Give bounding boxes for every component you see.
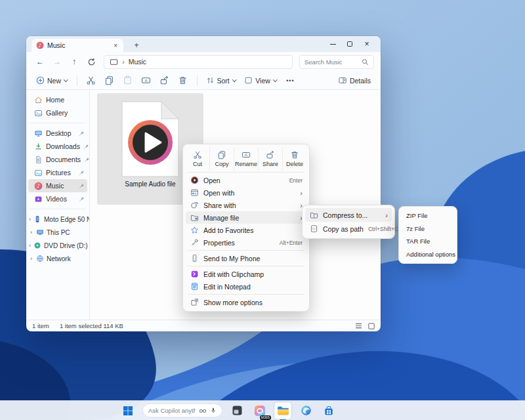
sidebar-item-this-pc[interactable]: › This PC: [26, 226, 89, 239]
submenu-item-additional-options[interactable]: Additional options: [402, 248, 454, 261]
menu-item-share-with[interactable]: Share with ›: [186, 199, 306, 211]
forward-button[interactable]: →: [50, 54, 64, 69]
sidebar-item-moto-edge[interactable]: › Moto Edge 50 Neo: [26, 213, 89, 226]
phone-outline-icon: [190, 254, 199, 262]
new-tab-button[interactable]: +: [131, 41, 142, 50]
show-more-icon: [190, 298, 199, 306]
sidebar-item-documents[interactable]: Documents: [28, 153, 87, 166]
up-button[interactable]: ↑: [67, 54, 81, 69]
copy-button[interactable]: [101, 74, 118, 88]
edge-button[interactable]: [297, 402, 314, 419]
microsoft-store-button[interactable]: [320, 402, 337, 419]
task-view-icon: [232, 405, 243, 416]
breadcrumb-location[interactable]: Music: [129, 58, 146, 66]
rename-button[interactable]: A: [138, 74, 155, 88]
submenu-item-zip-file[interactable]: ZIP File: [402, 209, 454, 222]
menu-item-open[interactable]: Open Enter: [186, 174, 306, 186]
rename-command[interactable]: A Rename: [234, 147, 258, 171]
expand-chevron-icon[interactable]: ›: [29, 255, 33, 262]
menu-item-open-with[interactable]: Open with ›: [186, 186, 306, 199]
expand-chevron-icon[interactable]: ›: [29, 229, 33, 236]
submenu-item-compress-to[interactable]: Compress to... ›: [305, 208, 392, 222]
m365-copilot-icon: [254, 405, 266, 417]
downloads-icon: [34, 142, 43, 151]
new-button[interactable]: New: [33, 74, 72, 88]
minimize-button[interactable]: [324, 36, 341, 52]
list-view-toggle[interactable]: [355, 323, 362, 329]
expand-chevron-icon[interactable]: ›: [29, 216, 31, 222]
delete-icon: [290, 150, 299, 159]
see-more-button[interactable]: •••: [282, 74, 299, 88]
m365-copilot-button[interactable]: M365: [251, 402, 268, 419]
sidebar-item-dvd-drive[interactable]: › DVD Drive (D:) CCC: [26, 239, 89, 252]
menu-item-add-to-favorites[interactable]: Add to Favorites: [186, 224, 306, 236]
manage-file-submenu: Compress to... › C:\ Copy as path Ctrl+S…: [302, 205, 395, 239]
pictures-icon: [34, 169, 43, 177]
tab-close-icon[interactable]: ×: [112, 42, 119, 49]
search-box: [299, 55, 374, 69]
dvd-disc-icon: [33, 242, 41, 249]
menu-item-edit-with-clipchamp[interactable]: Edit with Clipchamp: [186, 268, 306, 280]
icons-view-toggle[interactable]: [368, 323, 375, 329]
menu-item-send-to-my-phone[interactable]: Send to My Phone: [186, 252, 306, 264]
view-button[interactable]: View: [241, 74, 280, 88]
microsoft-store-icon: [324, 406, 334, 416]
manage-file-icon: [190, 213, 199, 222]
back-button[interactable]: ←: [33, 54, 47, 69]
maximize-button[interactable]: [341, 36, 358, 52]
submenu-item-copy-as-path[interactable]: C:\ Copy as path Ctrl+Shift+C: [305, 222, 392, 236]
copy-command[interactable]: Copy: [209, 147, 234, 171]
menu-item-properties[interactable]: Properties Alt+Enter: [186, 236, 306, 249]
menu-item-show-more-options[interactable]: Show more options: [186, 296, 306, 308]
sidebar-item-videos[interactable]: Videos: [28, 192, 87, 205]
item-count: 1 item: [32, 322, 49, 329]
context-menu: Cut Copy A Rename Share: [182, 144, 310, 312]
file-explorer-button[interactable]: [274, 402, 291, 419]
delete-command[interactable]: Delete: [282, 147, 306, 171]
menu-separator: [188, 172, 304, 173]
tab-music[interactable]: ♪ Music ×: [32, 39, 123, 52]
expand-chevron-icon[interactable]: ›: [29, 242, 31, 249]
submenu-item-tar-file[interactable]: TAR File: [402, 235, 454, 248]
tab-title: Music: [47, 41, 109, 49]
taskbar: M365: [0, 400, 525, 420]
share-command[interactable]: Share: [258, 147, 282, 171]
submenu-item-7z-file[interactable]: 7z File: [402, 222, 454, 236]
search-input[interactable]: [304, 58, 359, 66]
paste-button[interactable]: [119, 74, 136, 88]
breadcrumb[interactable]: › Music: [104, 55, 293, 69]
sidebar-item-home[interactable]: Home: [28, 93, 87, 106]
sidebar-item-pictures[interactable]: Pictures: [28, 166, 87, 179]
computer-icon: [36, 228, 44, 236]
menu-item-edit-in-notepad[interactable]: Edit in Notepad: [186, 280, 306, 293]
pin-icon: [83, 144, 89, 150]
documents-icon: [34, 156, 43, 164]
sidebar-item-music[interactable]: ♪ Music: [28, 179, 87, 192]
refresh-button[interactable]: [84, 54, 98, 69]
copilot-vision-glasses-icon[interactable]: [199, 408, 207, 414]
sidebar-item-downloads[interactable]: Downloads: [28, 140, 87, 153]
sidebar-item-network[interactable]: › Network: [26, 252, 89, 265]
chevron-down-icon: [232, 77, 236, 81]
svg-text:♪: ♪: [37, 182, 40, 189]
details-pane-button[interactable]: Details: [335, 74, 374, 88]
sort-button[interactable]: Sort: [203, 74, 240, 88]
cut-command[interactable]: Cut: [186, 147, 209, 171]
sidebar-item-gallery[interactable]: Gallery: [28, 106, 87, 119]
microphone-icon[interactable]: [210, 407, 217, 414]
copilot-search-input[interactable]: [148, 407, 196, 414]
task-view-button[interactable]: [228, 402, 245, 419]
delete-button[interactable]: [175, 74, 192, 88]
share-button[interactable]: [156, 74, 173, 88]
sidebar-item-desktop[interactable]: Desktop: [28, 127, 87, 140]
star-icon: [190, 226, 199, 234]
menu-item-manage-file[interactable]: Manage file ›: [186, 211, 306, 224]
taskbar-search-box[interactable]: [142, 404, 222, 417]
chevron-down-icon: [273, 77, 277, 81]
copy-as-path-icon: C:\: [310, 224, 318, 233]
pin-icon: [79, 196, 85, 202]
start-button[interactable]: [119, 402, 136, 419]
compress-to-submenu: ZIP File 7z File TAR File Additional opt…: [398, 206, 457, 264]
close-button[interactable]: ×: [358, 36, 375, 52]
cut-button[interactable]: [83, 74, 100, 88]
